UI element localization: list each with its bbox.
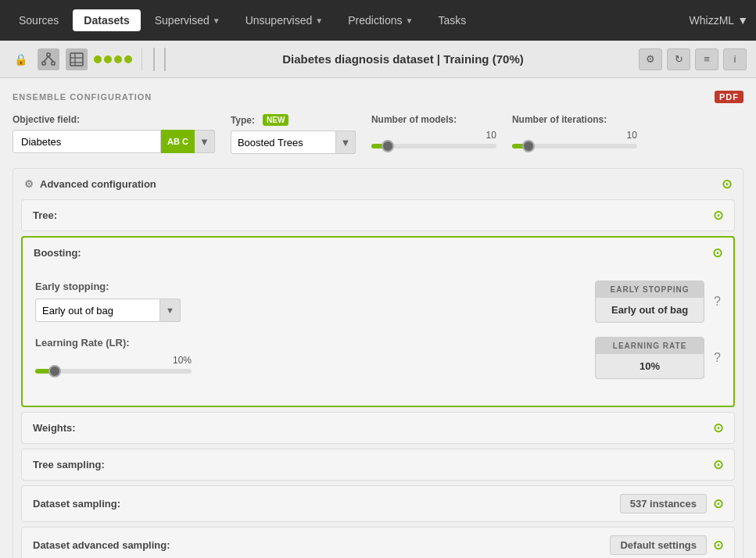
svg-rect-5 <box>70 53 83 66</box>
instances-badge: 537 instances <box>620 494 707 513</box>
nav-sources[interactable]: Sources <box>8 9 70 31</box>
tree-sampling-collapse-icon: ⊙ <box>713 457 723 472</box>
early-stopping-tooltip-value: Early out of bag <box>596 298 704 322</box>
tree-section: Tree: ⊙ <box>21 199 735 231</box>
objective-field-group: Objective field: AB C ▼ <box>13 114 215 153</box>
nav-datasets[interactable]: Datasets <box>73 9 140 31</box>
dataset-advanced-sampling-collapse-icon: ⊙ <box>713 538 723 553</box>
type-select-wrapper: Boosted Trees Random Forest Bagging ▼ <box>231 131 356 154</box>
iterations-slider-group: 10 <box>512 130 637 148</box>
number-of-iterations-group: Number of iterations: 10 <box>512 114 637 148</box>
boosting-collapse-icon: ⊙ <box>712 245 722 260</box>
status-dots <box>94 55 132 63</box>
boosting-section: Boosting: ⊙ Early stopping: Early out of… <box>21 236 735 407</box>
nav-supervised[interactable]: Supervised ▼ <box>144 9 231 31</box>
learning-rate-tooltip: LEARNING RATE 10% <box>595 337 704 379</box>
info-button[interactable]: i <box>723 48 747 70</box>
models-value: 10 <box>371 130 496 141</box>
lr-slider-container: 10% <box>35 355 192 374</box>
dataset-advanced-sampling-section-header[interactable]: Dataset advanced sampling: Default setti… <box>22 528 734 558</box>
supervised-caret: ▼ <box>213 16 220 25</box>
weights-section-label: Weights: <box>33 422 76 434</box>
type-label-row: Type: NEW <box>231 114 356 126</box>
lr-value-display: 10% <box>35 355 192 366</box>
page-title: Diabetes diagnosis dataset | Training (7… <box>174 52 632 66</box>
tree-section-header[interactable]: Tree: ⊙ <box>22 200 734 231</box>
formula-button[interactable]: ≡ <box>695 48 718 70</box>
dataset-sampling-section: Dataset sampling: 537 instances ⊙ <box>21 485 735 522</box>
dataset-sampling-section-header[interactable]: Dataset sampling: 537 instances ⊙ <box>22 486 734 521</box>
early-stopping-label: Early stopping: <box>35 281 181 292</box>
tree-sampling-section-label: Tree sampling: <box>33 459 105 470</box>
early-stopping-tooltip: EARLY STOPPING Early out of bag <box>595 281 704 323</box>
type-label: Type: <box>231 115 255 126</box>
nav-predictions[interactable]: Predictions ▼ <box>337 9 424 31</box>
advanced-config-collapse-icon: ⊙ <box>722 177 732 191</box>
svg-rect-0 <box>47 53 50 56</box>
advanced-gear-icon: ⚙ <box>24 178 34 190</box>
unsupervised-caret: ▼ <box>315 16 323 25</box>
topology-icon[interactable] <box>38 48 59 70</box>
early-stopping-select-wrapper: Early out of bag Early holdout None ▼ <box>35 299 181 322</box>
objective-field-input-group: AB C ▼ <box>13 130 215 153</box>
learning-rate-row: Learning Rate (LR): 10% LEARNING RATE 10… <box>35 337 721 379</box>
settings-button[interactable]: ⚙ <box>639 48 662 70</box>
weights-section-header[interactable]: Weights: ⊙ <box>22 413 734 443</box>
type-group: Type: NEW Boosted Trees Random Forest Ba… <box>231 114 356 154</box>
nav-unsupervised[interactable]: Unsupervised ▼ <box>235 9 335 31</box>
lock-icon[interactable]: 🔒 <box>9 48 31 70</box>
boosting-section-label: Boosting: <box>34 247 81 259</box>
page-toolbar: 🔒 Diabetes diagnosis dataset | Training … <box>0 41 756 78</box>
learning-rate-tooltip-header: LEARNING RATE <box>596 338 704 354</box>
section-header: ENSEMBLE CONFIGURATION PDF <box>13 91 743 103</box>
early-stopping-group: Early stopping: Early out of bag Early h… <box>35 281 181 322</box>
learning-rate-help-icon[interactable]: ? <box>714 351 721 365</box>
table-icon[interactable] <box>66 48 88 70</box>
models-slider-group: 10 <box>371 130 496 148</box>
whizzml-menu[interactable]: WhizzML ▼ <box>690 14 748 27</box>
main-content: ENSEMBLE CONFIGURATION PDF Objective fie… <box>0 78 756 558</box>
objective-field-input[interactable] <box>13 130 161 153</box>
early-stopping-dropdown-arrow[interactable]: ▼ <box>160 299 181 322</box>
tree-sampling-section: Tree sampling: ⊙ <box>21 449 735 481</box>
early-stopping-tooltip-group: EARLY STOPPING Early out of bag ? <box>595 281 721 323</box>
default-settings-badge: Default settings <box>610 535 707 555</box>
dataset-sampling-section-label: Dataset sampling: <box>33 498 120 510</box>
dataset-sampling-collapse-icon: ⊙ <box>713 496 723 511</box>
section-title: ENSEMBLE CONFIGURATION <box>13 92 152 102</box>
pdf-button[interactable]: PDF <box>715 91 743 103</box>
objective-field-dropdown-button[interactable]: ▼ <box>195 130 215 153</box>
toolbar-actions: ⚙ ↻ ≡ i <box>639 48 747 70</box>
advanced-config-section: ⚙ Advanced configuration ⊙ Tree: ⊙ Boost… <box>13 168 743 558</box>
tree-collapse-icon: ⊙ <box>713 208 723 223</box>
learning-rate-tooltip-value: 10% <box>596 354 704 378</box>
top-navigation: Sources Datasets Supervised ▼ Unsupervis… <box>0 0 756 41</box>
svg-rect-2 <box>52 62 55 65</box>
config-form-row: Objective field: AB C ▼ Type: NEW Booste… <box>13 114 743 154</box>
type-dropdown-arrow[interactable]: ▼ <box>335 131 356 154</box>
svg-rect-1 <box>42 62 45 65</box>
early-stopping-help-icon[interactable]: ? <box>714 295 721 309</box>
tree-sampling-section-header[interactable]: Tree sampling: ⊙ <box>22 449 734 480</box>
iterations-value: 10 <box>512 130 637 141</box>
early-stopping-select[interactable]: Early out of bag Early holdout None <box>35 299 160 322</box>
lr-slider[interactable] <box>35 369 192 374</box>
learning-rate-label: Learning Rate (LR): <box>35 337 192 349</box>
advanced-config-title: Advanced configuration <box>40 178 156 190</box>
nav-tasks[interactable]: Tasks <box>427 9 477 31</box>
refresh-button[interactable]: ↻ <box>667 48 690 70</box>
dataset-advanced-sampling-section-label: Dataset advanced sampling: <box>33 539 170 551</box>
advanced-config-header[interactable]: ⚙ Advanced configuration ⊙ <box>13 169 743 199</box>
number-of-models-label: Number of models: <box>371 114 496 125</box>
boosting-content: Early stopping: Early out of bag Early h… <box>23 268 733 406</box>
whizzml-caret: ▼ <box>737 14 748 27</box>
abc-badge: AB C <box>161 130 195 153</box>
weights-collapse-icon: ⊙ <box>713 420 723 435</box>
learning-rate-group: Learning Rate (LR): 10% <box>35 337 192 374</box>
weights-section: Weights: ⊙ <box>21 412 735 444</box>
boosting-section-header[interactable]: Boosting: ⊙ <box>23 238 733 268</box>
new-badge: NEW <box>263 114 288 126</box>
iterations-slider[interactable] <box>512 144 637 148</box>
models-slider[interactable] <box>371 144 496 148</box>
predictions-caret: ▼ <box>405 16 413 25</box>
